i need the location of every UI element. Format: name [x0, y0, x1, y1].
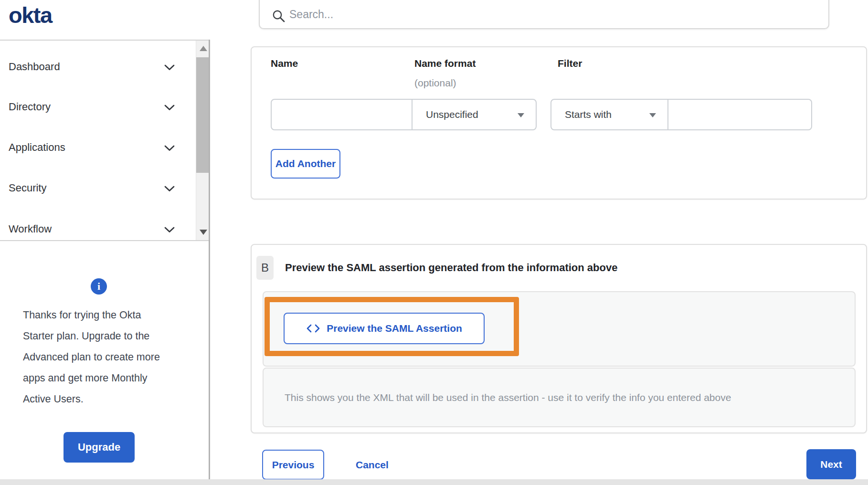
- filter-column-label: Filter: [558, 58, 582, 69]
- sidebar-item-label: Workflow: [9, 218, 52, 240]
- scroll-down-arrow-icon[interactable]: [200, 230, 207, 235]
- sidebar-item-label: Security: [9, 177, 46, 199]
- search-input[interactable]: [289, 1, 815, 28]
- page-bottom-edge: [0, 479, 868, 485]
- upgrade-button[interactable]: Upgrade: [64, 432, 135, 463]
- sidebar-scrollbar[interactable]: [196, 41, 210, 240]
- name-format-value: Unspecified: [426, 100, 478, 129]
- chevron-down-icon: [164, 226, 175, 235]
- step-b-badge: B: [256, 256, 274, 280]
- sidebar-nav: Dashboard Directory Applications Securit…: [0, 40, 210, 241]
- name-field-group: Unspecified: [271, 99, 537, 130]
- name-format-column-label: Name format: [414, 58, 476, 69]
- next-button[interactable]: Next: [806, 449, 856, 479]
- dropdown-caret-icon: [649, 113, 656, 117]
- add-another-button[interactable]: Add Another: [271, 149, 340, 179]
- code-brackets-icon: [306, 323, 320, 334]
- attribute-name-input[interactable]: [272, 100, 412, 129]
- scroll-up-arrow-icon[interactable]: [200, 46, 207, 51]
- chevron-down-icon: [164, 64, 175, 73]
- info-icon: i: [91, 278, 107, 295]
- filter-value-input[interactable]: [668, 100, 811, 129]
- chevron-down-icon: [164, 104, 175, 113]
- sidebar-item-security[interactable]: Security: [0, 177, 193, 199]
- preview-saml-assertion-button[interactable]: Preview the SAML Assertion: [284, 313, 485, 344]
- sidebar-item-label: Applications: [9, 137, 65, 158]
- okta-admin-console: okta Dashboard Directory Applications: [0, 0, 868, 485]
- sidebar-item-label: Dashboard: [9, 56, 60, 78]
- preview-description-panel: This shows you the XML that will be used…: [263, 368, 856, 427]
- filter-field-group: Starts with: [550, 99, 812, 130]
- name-column-label: Name: [271, 58, 298, 69]
- preview-section-heading: Preview the SAML assertion generated fro…: [285, 262, 617, 274]
- preview-assertion-card: B Preview the SAML assertion generated f…: [251, 244, 867, 433]
- plan-notice-text: Thanks for trying the Okta Starter plan.…: [23, 305, 172, 410]
- search-icon: [272, 10, 286, 25]
- okta-logo: okta: [9, 2, 52, 28]
- sidebar-content-divider: [209, 40, 210, 485]
- chevron-down-icon: [164, 185, 175, 194]
- preview-button-label: Preview the SAML Assertion: [327, 323, 462, 334]
- sidebar-item-label: Directory: [9, 96, 51, 118]
- filter-type-value: Starts with: [565, 100, 612, 129]
- sidebar-item-applications[interactable]: Applications: [0, 137, 193, 158]
- dropdown-caret-icon: [518, 113, 524, 117]
- previous-button[interactable]: Previous: [262, 450, 324, 480]
- name-format-select[interactable]: Unspecified: [413, 100, 536, 129]
- scrollbar-thumb[interactable]: [196, 57, 210, 173]
- attribute-statements-card: Name Name format (optional) Filter Unspe…: [251, 46, 867, 200]
- sidebar-item-dashboard[interactable]: Dashboard: [0, 56, 193, 78]
- cancel-link[interactable]: Cancel: [356, 450, 389, 480]
- chevron-down-icon: [164, 145, 175, 153]
- sidebar-item-workflow[interactable]: Workflow: [0, 218, 193, 240]
- preview-description-text: This shows you the XML that will be used…: [285, 369, 731, 426]
- global-search: [259, 0, 829, 29]
- filter-type-select[interactable]: Starts with: [551, 100, 667, 129]
- sidebar-item-directory[interactable]: Directory: [0, 96, 193, 118]
- name-format-optional-hint: (optional): [414, 77, 456, 89]
